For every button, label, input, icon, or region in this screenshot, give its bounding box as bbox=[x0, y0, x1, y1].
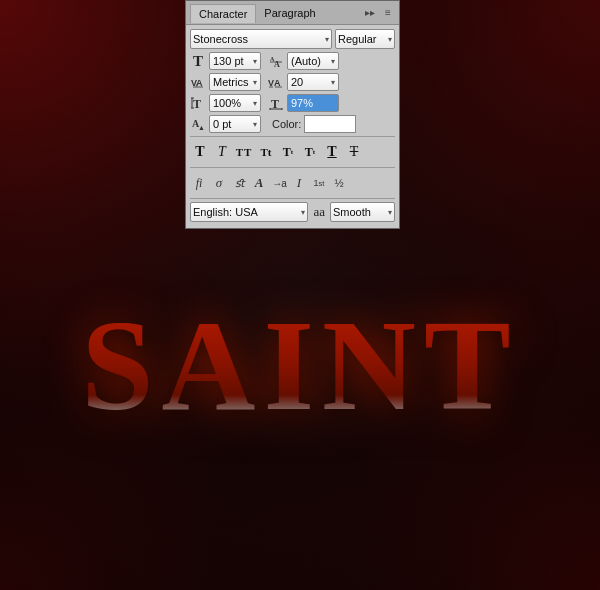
color-label: Color: bbox=[272, 118, 301, 130]
expand-icon[interactable]: ▸▸ bbox=[363, 6, 377, 20]
faux-bold-button[interactable]: T bbox=[190, 142, 210, 162]
panel-tab-actions: ▸▸ ≡ bbox=[363, 6, 395, 20]
discretionary-button[interactable]: ﬆ bbox=[230, 173, 248, 193]
panel-body: Stonecross ▾ Regular ▾ T 130 pt ▾ A A bbox=[186, 25, 399, 228]
ligatures-button[interactable]: fi bbox=[190, 173, 208, 193]
tracking-input[interactable]: 20 ▾ bbox=[287, 73, 339, 91]
horizontal-scale-icon: T bbox=[268, 95, 284, 111]
font-family-arrow: ▾ bbox=[325, 35, 329, 44]
font-family-select[interactable]: Stonecross ▾ bbox=[190, 29, 332, 49]
swash-button[interactable]: A bbox=[250, 173, 268, 193]
panel-menu-icon[interactable]: ≡ bbox=[381, 6, 395, 20]
horizontal-scale-input[interactable]: 97% bbox=[287, 94, 339, 112]
svg-text:A: A bbox=[274, 78, 281, 88]
scale-row: T 100% ▾ T 97% bbox=[190, 94, 395, 112]
font-style-arrow: ▾ bbox=[388, 35, 392, 44]
stylistic-button[interactable]: →a bbox=[270, 173, 288, 193]
faux-italic-button[interactable]: T bbox=[212, 142, 232, 162]
tab-paragraph[interactable]: Paragraph bbox=[256, 4, 323, 22]
svg-text:T: T bbox=[271, 97, 279, 110]
kerning-tracking-row: V A ↕ Metrics ▾ V A 20 bbox=[190, 73, 395, 91]
leading-input[interactable]: (Auto) ▾ bbox=[287, 52, 339, 70]
ordinals-button[interactable]: 1st bbox=[310, 173, 328, 193]
svg-text:T: T bbox=[193, 97, 201, 110]
svg-text:A: A bbox=[274, 60, 280, 68]
baseline-shift-input[interactable]: 0 pt ▾ bbox=[209, 115, 261, 133]
font-style-label: Regular bbox=[338, 33, 377, 45]
font-row: Stonecross ▾ Regular ▾ bbox=[190, 29, 395, 49]
font-size-input[interactable]: 130 pt ▾ bbox=[209, 52, 261, 70]
kerning-input[interactable]: Metrics ▾ bbox=[209, 73, 261, 91]
vertical-scale-input[interactable]: 100% ▾ bbox=[209, 94, 261, 112]
language-aa-row: English: USA ▾ aa Smooth ▾ bbox=[190, 202, 395, 222]
panel-tab-bar: Character Paragraph ▸▸ ≡ bbox=[186, 1, 399, 25]
font-style-select[interactable]: Regular ▾ bbox=[335, 29, 395, 49]
contextual-button[interactable]: σ bbox=[210, 173, 228, 193]
character-panel: Character Paragraph ▸▸ ≡ Stonecross ▾ Re… bbox=[185, 0, 400, 229]
antialiasing-label: Smooth bbox=[333, 206, 371, 218]
svg-text:▲: ▲ bbox=[198, 124, 205, 131]
color-swatch[interactable] bbox=[304, 115, 356, 133]
baseline-shift-icon: A ▲ bbox=[190, 116, 206, 132]
subscript-button[interactable]: Tt bbox=[300, 142, 320, 162]
divider-1 bbox=[190, 136, 395, 137]
canvas-text: SAINT bbox=[0, 290, 600, 440]
vertical-scale-icon: T bbox=[190, 95, 206, 111]
font-family-label: Stonecross bbox=[193, 33, 248, 45]
divider-2 bbox=[190, 167, 395, 168]
leading-icon: A A bbox=[268, 53, 284, 69]
superscript-button[interactable]: Tt bbox=[278, 142, 298, 162]
font-size-icon: T bbox=[190, 53, 206, 69]
all-caps-button[interactable]: TT bbox=[234, 142, 254, 162]
antialiasing-select[interactable]: Smooth ▾ bbox=[330, 202, 395, 222]
divider-3 bbox=[190, 198, 395, 199]
small-caps-button[interactable]: Tt bbox=[256, 142, 276, 162]
tracking-icon: V A bbox=[268, 74, 284, 90]
type-style-buttons: T T TT Tt Tt Tt T T bbox=[190, 140, 395, 164]
size-leading-row: T 130 pt ▾ A A (Auto) ▾ bbox=[190, 52, 395, 70]
kerning-icon: V A ↕ bbox=[190, 74, 206, 90]
titling-button[interactable]: I bbox=[290, 173, 308, 193]
underline-button[interactable]: T bbox=[322, 142, 342, 162]
svg-text:↕: ↕ bbox=[195, 82, 198, 88]
language-select[interactable]: English: USA ▾ bbox=[190, 202, 308, 222]
language-label: English: USA bbox=[193, 206, 258, 218]
opentype-buttons: fi σ ﬆ A →a I 1st ½ bbox=[190, 171, 395, 195]
strikethrough-button[interactable]: T bbox=[344, 142, 364, 162]
baseline-color-row: A ▲ 0 pt ▾ Color: bbox=[190, 115, 395, 133]
fractions-button[interactable]: ½ bbox=[330, 173, 348, 193]
aa-label: aa bbox=[313, 204, 325, 220]
tab-character[interactable]: Character bbox=[190, 4, 256, 23]
